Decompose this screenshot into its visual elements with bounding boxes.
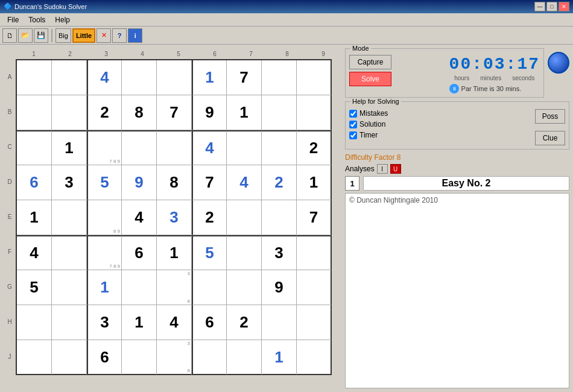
cell-r2c9[interactable]: [297, 95, 332, 130]
clue-button[interactable]: Clue: [535, 131, 565, 145]
cell-r1c6[interactable]: 1: [192, 60, 227, 95]
maximize-button[interactable]: □: [546, 2, 557, 11]
cell-r3c9[interactable]: 2: [297, 130, 332, 165]
cell-r4c3[interactable]: 5: [87, 165, 122, 200]
cell-r9c9[interactable]: [297, 340, 332, 375]
mistakes-checkbox[interactable]: [349, 110, 357, 118]
pause-icon[interactable]: ⏸: [449, 84, 459, 93]
capture-button[interactable]: Capture: [349, 55, 391, 69]
menu-tools[interactable]: Tools: [24, 14, 50, 25]
cell-r2c2[interactable]: [52, 95, 87, 130]
cell-r7c7[interactable]: [227, 270, 262, 305]
cell-r4c9[interactable]: 1: [297, 165, 332, 200]
cell-r3c8[interactable]: [262, 130, 297, 165]
cell-r5c7[interactable]: [227, 200, 262, 235]
cell-r6c9[interactable]: [297, 235, 332, 270]
cell-r8c8[interactable]: [262, 305, 297, 340]
close-button[interactable]: ✕: [559, 2, 569, 11]
cell-r6c1[interactable]: 4: [17, 235, 52, 270]
cell-r9c5[interactable]: 83: [157, 340, 192, 375]
menu-help[interactable]: Help: [50, 14, 75, 25]
cell-r5c2[interactable]: [52, 200, 87, 235]
cell-r2c6[interactable]: 9: [192, 95, 227, 130]
cell-r7c3[interactable]: 1: [87, 270, 122, 305]
menu-file[interactable]: File: [2, 14, 24, 25]
cell-r9c1[interactable]: [17, 340, 52, 375]
cell-r4c2[interactable]: 3: [52, 165, 87, 200]
cell-r8c9[interactable]: [297, 305, 332, 340]
cell-r6c7[interactable]: [227, 235, 262, 270]
cell-r4c1[interactable]: 6: [17, 165, 52, 200]
solve-button[interactable]: Solve: [349, 72, 391, 86]
cell-r9c7[interactable]: [227, 340, 262, 375]
cell-r6c4[interactable]: 6: [122, 235, 157, 270]
cell-r3c4[interactable]: [122, 130, 157, 165]
timer-checkbox[interactable]: [349, 131, 357, 139]
cell-r8c6[interactable]: 6: [192, 305, 227, 340]
cell-r1c2[interactable]: [52, 60, 87, 95]
save-button[interactable]: 💾: [34, 28, 48, 43]
cell-r1c9[interactable]: [297, 60, 332, 95]
cell-r4c4[interactable]: 9: [122, 165, 157, 200]
cell-r9c3[interactable]: 6: [87, 340, 122, 375]
cell-r3c6[interactable]: 4: [192, 130, 227, 165]
cell-r2c4[interactable]: 8: [122, 95, 157, 130]
cell-r3c7[interactable]: [227, 130, 262, 165]
cell-r9c4[interactable]: [122, 340, 157, 375]
cell-r6c2[interactable]: [52, 235, 87, 270]
cell-r2c5[interactable]: 7: [157, 95, 192, 130]
cell-r8c1[interactable]: [17, 305, 52, 340]
cell-r3c1[interactable]: [17, 130, 52, 165]
cell-r9c2[interactable]: [52, 340, 87, 375]
cell-r5c1[interactable]: 1: [17, 200, 52, 235]
cell-r4c7[interactable]: 4: [227, 165, 262, 200]
cell-r7c9[interactable]: [297, 270, 332, 305]
cell-r5c6[interactable]: 2: [192, 200, 227, 235]
cell-r1c4[interactable]: [122, 60, 157, 95]
delete-button[interactable]: ✕: [97, 28, 111, 43]
cell-r8c3[interactable]: 3: [87, 305, 122, 340]
analyses-u-button[interactable]: U: [390, 164, 401, 174]
cell-r6c8[interactable]: 3: [262, 235, 297, 270]
cell-r5c4[interactable]: 4: [122, 200, 157, 235]
cell-r5c9[interactable]: 7: [297, 200, 332, 235]
minimize-button[interactable]: —: [534, 2, 545, 11]
cell-r7c1[interactable]: 5: [17, 270, 52, 305]
cell-r1c1[interactable]: [17, 60, 52, 95]
cell-r1c3[interactable]: 4: [87, 60, 122, 95]
cell-r7c6[interactable]: [192, 270, 227, 305]
cell-r5c8[interactable]: [262, 200, 297, 235]
cell-r7c5[interactable]: 83: [157, 270, 192, 305]
new-button[interactable]: 🗋: [2, 28, 17, 43]
cell-r9c6[interactable]: [192, 340, 227, 375]
cell-r7c4[interactable]: [122, 270, 157, 305]
cell-r1c5[interactable]: [157, 60, 192, 95]
cell-r2c7[interactable]: 1: [227, 95, 262, 130]
cell-r1c7[interactable]: 7: [227, 60, 262, 95]
big-button[interactable]: Big: [55, 28, 71, 43]
cell-r6c5[interactable]: 1: [157, 235, 192, 270]
cell-r2c8[interactable]: [262, 95, 297, 130]
cell-r4c8[interactable]: 2: [262, 165, 297, 200]
cell-r3c2[interactable]: 1: [52, 130, 87, 165]
cell-r4c5[interactable]: 8: [157, 165, 192, 200]
cell-r7c8[interactable]: 9: [262, 270, 297, 305]
cell-r6c3[interactable]: 7 8 9: [87, 235, 122, 270]
poss-button[interactable]: Poss: [535, 109, 565, 124]
open-button[interactable]: 📂: [18, 28, 33, 43]
globe-icon[interactable]: [548, 52, 569, 74]
solution-checkbox[interactable]: [349, 121, 357, 128]
cell-r5c5[interactable]: 3: [157, 200, 192, 235]
cell-r8c4[interactable]: 1: [122, 305, 157, 340]
cell-r2c1[interactable]: [17, 95, 52, 130]
cell-r9c8[interactable]: 1: [262, 340, 297, 375]
cell-r4c6[interactable]: 7: [192, 165, 227, 200]
cell-r8c5[interactable]: 4: [157, 305, 192, 340]
cell-r8c7[interactable]: 2: [227, 305, 262, 340]
cell-r3c3[interactable]: 7 8 9: [87, 130, 122, 165]
little-button[interactable]: Little: [72, 28, 95, 43]
help-button[interactable]: ?: [112, 28, 127, 43]
cell-r7c2[interactable]: [52, 270, 87, 305]
cell-r2c3[interactable]: 2: [87, 95, 122, 130]
cell-r3c5[interactable]: [157, 130, 192, 165]
